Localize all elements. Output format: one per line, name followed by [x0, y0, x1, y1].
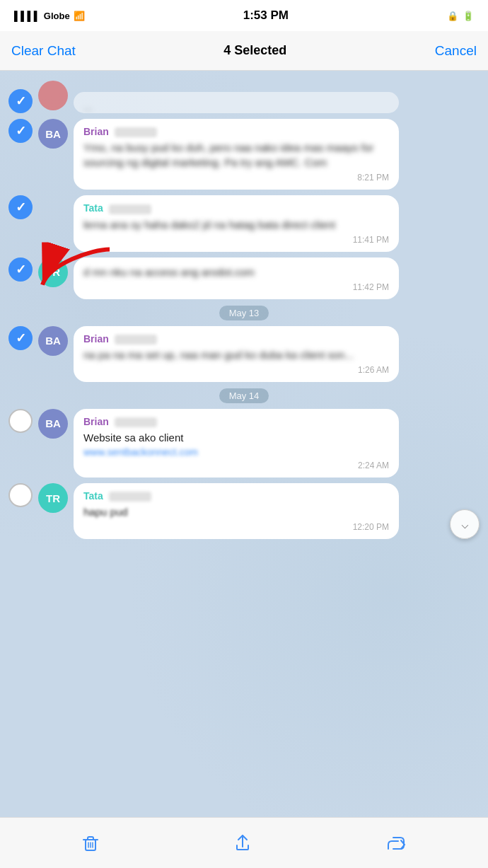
nav-title: 4 Selected — [223, 43, 286, 58]
bubble-text-1: Ymo, na busy pud ko duh, pero naa nako i… — [83, 140, 389, 170]
avatar-tr-3: TR — [38, 257, 68, 287]
bubble-partial: ... — [74, 92, 399, 113]
bubble-time-5: 2:24 AM — [83, 461, 389, 470]
msg-row-2: Tata lerna ana sy haha dako2 jd na hatag… — [8, 195, 480, 251]
bubble-time-3: 11:42 PM — [83, 282, 389, 292]
select-circle-4[interactable] — [8, 326, 33, 350]
sender-name-5: Brian — [83, 416, 389, 427]
signal-icon: ▌▌▌▌ — [14, 11, 40, 21]
forward-icon — [384, 833, 408, 854]
chat-area: ... BA Brian Ymo, na busy pud ko duh, pe… — [0, 71, 488, 817]
forward-button[interactable] — [384, 833, 408, 854]
date-divider-may13: May 13 — [0, 306, 488, 319]
select-circle-6[interactable] — [8, 483, 33, 507]
wifi-icon: 📶 — [74, 11, 85, 21]
sender-badge-6 — [109, 492, 151, 502]
trash-icon — [80, 833, 101, 854]
share-button[interactable] — [232, 833, 253, 854]
bubble-2: Tata lerna ana sy haha dako2 jd na hatag… — [74, 195, 399, 251]
bubble-text-4: na pa na ma set up, naa man gud ko duba … — [83, 347, 389, 362]
bubble-3: d mn nku na access ang arodot.com 11:42 … — [74, 257, 399, 299]
bubble-1: Brian Ymo, na busy pud ko duh, pero naa … — [74, 119, 399, 190]
carrier-name: Globe — [44, 11, 70, 21]
bubble-time-1: 8:21 PM — [83, 173, 389, 183]
msg-row-6: TR Tata hapu pud 12:20 PM ⌵ — [8, 483, 480, 539]
bubble-4: Brian na pa na ma set up, naa man gud ko… — [74, 326, 399, 382]
bubble-text-6: hapu pud — [83, 504, 389, 519]
select-circle-2[interactable] — [8, 195, 33, 219]
bubble-time-4: 1:26 AM — [83, 365, 389, 375]
status-bar: ▌▌▌▌ Globe 📶 1:53 PM 🔒 🔋 — [0, 0, 488, 31]
avatar-tr-6: TR — [38, 483, 68, 513]
bubble-6: Tata hapu pud 12:20 PM — [74, 483, 399, 539]
share-icon — [232, 833, 253, 854]
bubble-text-partial: ... — [83, 99, 389, 113]
battery-area: 🔒 🔋 — [447, 11, 474, 21]
bubble-link-5: www.sentbackonnect.com — [83, 446, 389, 458]
bottom-toolbar — [0, 817, 488, 868]
status-time: 1:53 PM — [243, 8, 289, 23]
sender-badge-2 — [109, 204, 151, 214]
bubble-time-2: 11:41 PM — [83, 235, 389, 245]
bubble-text-2: lerna ana sy haha dako2 jd na hatag bata… — [83, 217, 389, 232]
scroll-to-bottom-button[interactable]: ⌵ — [450, 509, 480, 539]
msg-row-5: BA Brian Website sa ako client www.sentb… — [8, 409, 480, 478]
sender-name-2: Tata — [83, 202, 389, 214]
date-divider-may14: May 14 — [0, 389, 488, 402]
nav-bar: Clear Chat 4 Selected Cancel — [0, 31, 488, 71]
sender-badge-5 — [115, 417, 157, 427]
bubble-text-3: d mn nku na access ang arodot.com — [83, 265, 389, 279]
bubble-time-6: 12:20 PM — [83, 522, 389, 532]
delete-button[interactable] — [80, 833, 101, 854]
sender-name-4: Brian — [83, 333, 389, 345]
sender-badge-1 — [115, 127, 157, 137]
sender-name-6: Tata — [83, 490, 389, 502]
bubble-text-5: Website sa ako client — [83, 430, 389, 445]
avatar-ba-1: BA — [38, 119, 68, 149]
chevron-down-icon: ⌵ — [461, 516, 469, 532]
avatar-ba-4: BA — [38, 326, 68, 356]
bubble-5: Brian Website sa ako client www.sentback… — [74, 409, 399, 478]
sender-name-1: Brian — [83, 126, 389, 137]
avatar-ba-5: BA — [38, 409, 68, 439]
date-label-may14: May 14 — [219, 388, 269, 403]
select-circle-3[interactable] — [8, 257, 33, 282]
msg-row-3: TR d mn nku na access ang arodot.com 11:… — [8, 257, 480, 299]
cancel-button[interactable]: Cancel — [435, 40, 477, 62]
msg-row-4: BA Brian na pa na ma set up, naa man gud… — [8, 326, 480, 382]
msg-row-partial: ... — [8, 81, 480, 113]
select-circle-partial[interactable] — [8, 89, 33, 113]
sender-badge-4 — [115, 335, 157, 345]
lock-icon: 🔒 — [447, 11, 458, 21]
avatar-partial — [38, 81, 68, 110]
clear-chat-button[interactable]: Clear Chat — [11, 40, 76, 62]
carrier-signal: ▌▌▌▌ Globe 📶 — [14, 11, 85, 21]
select-circle-1[interactable] — [8, 119, 33, 143]
msg-row-1: BA Brian Ymo, na busy pud ko duh, pero n… — [8, 119, 480, 190]
date-label-may13: May 13 — [219, 306, 269, 320]
select-circle-5[interactable] — [8, 409, 33, 433]
battery-icon: 🔋 — [463, 11, 474, 21]
